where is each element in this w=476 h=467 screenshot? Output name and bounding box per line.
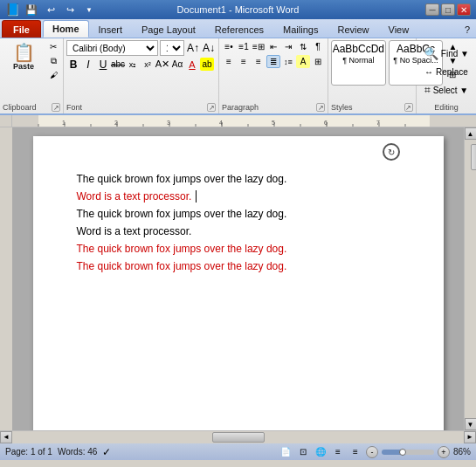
title-bar-left: 📘 💾 ↩ ↪ ▼ [5, 2, 97, 17]
hscroll-right-button[interactable]: ► [464, 431, 476, 443]
zoom-out-button[interactable]: - [366, 446, 378, 458]
hscroll-left-button[interactable]: ◄ [0, 431, 12, 443]
hscroll-thumb[interactable] [212, 432, 265, 443]
find-button[interactable]: 🔍 Find ▼ [419, 44, 473, 63]
paragraph-group-content: ≡• ≡1 ≡⊞ ⇤ ⇥ ⇅ ¶ ≡ ≡ ≡ ≣ ↕≡ A ⊞ [222, 40, 325, 102]
svg-rect-0 [12, 115, 476, 127]
numbering-button[interactable]: ≡1 [237, 40, 251, 53]
font-color-button[interactable]: A [185, 58, 199, 71]
highlight-button[interactable]: ab [200, 58, 214, 71]
minimize-button[interactable]: ─ [425, 3, 439, 16]
tab-file[interactable]: File [2, 20, 41, 38]
status-bar-right: 📄 ⊡ 🌐 ≡ ≡ - + 86% [279, 445, 471, 458]
font-dialog-launcher[interactable]: ↗ [207, 103, 216, 112]
increase-indent-button[interactable]: ⇥ [281, 40, 295, 53]
bullets-button[interactable]: ≡• [222, 40, 236, 53]
hscroll-track[interactable] [12, 431, 464, 443]
document-scroll[interactable]: ↻ The quick brown fox jumps over the laz… [12, 127, 464, 430]
change-case-button[interactable]: Aα [170, 58, 184, 71]
sort-button[interactable]: ⇅ [296, 40, 310, 53]
increase-font-button[interactable]: A↑ [186, 42, 200, 55]
bold-button[interactable]: B [66, 58, 80, 71]
ruler-area: 1 2 3 4 5 6 7 [0, 115, 476, 127]
justify-button[interactable]: ≣ [266, 55, 280, 68]
proofing-icon[interactable]: ✓ [102, 446, 111, 458]
print-layout-button[interactable]: 📄 [279, 445, 293, 458]
doc-line-2: Word is a text processor. [77, 189, 400, 204]
outline-button[interactable]: ≡ [331, 445, 345, 458]
paragraph-group: ≡• ≡1 ≡⊞ ⇤ ⇥ ⇅ ¶ ≡ ≡ ≡ ≣ ↕≡ A ⊞ Paragrap… [219, 38, 328, 113]
scroll-up-button[interactable]: ▲ [465, 127, 477, 140]
vertical-scrollbar: ▲ ▼ [464, 127, 476, 430]
zoom-in-button[interactable]: + [438, 446, 450, 458]
close-button[interactable]: ✕ [457, 3, 471, 16]
scroll-thumb[interactable] [471, 144, 477, 170]
replace-icon: ↔ [424, 67, 433, 77]
superscript-button[interactable]: x² [141, 58, 155, 71]
quick-redo[interactable]: ↪ [62, 2, 78, 17]
tab-insert[interactable]: Insert [89, 20, 133, 38]
quick-save[interactable]: 💾 [24, 2, 39, 17]
zoom-slider[interactable] [382, 450, 434, 455]
zoom-level[interactable]: 86% [453, 447, 471, 457]
tab-references[interactable]: References [205, 20, 273, 38]
tab-mailings[interactable]: Mailings [273, 20, 328, 38]
document-area: ↻ The quick brown fox jumps over the laz… [0, 127, 476, 430]
doc-line-1: The quick brown fox jumps over the lazy … [77, 171, 400, 187]
replace-button[interactable]: ↔ Replace [420, 65, 473, 79]
clipboard-group: 📋 Paste ✂ ⧉ 🖌 Clipboard ↗ [0, 38, 64, 113]
align-left-button[interactable]: ≡ [222, 55, 236, 68]
tab-pagelayout[interactable]: Page Layout [132, 20, 205, 38]
svg-text:2: 2 [114, 120, 118, 126]
strikethrough-button[interactable]: abc [111, 58, 125, 71]
borders-button[interactable]: ⊞ [311, 55, 325, 68]
paste-button[interactable]: 📋 Paste [3, 40, 45, 74]
clipboard-dialog-launcher[interactable]: ↗ [52, 103, 60, 112]
draft-button[interactable]: ≡ [348, 445, 362, 458]
ruler-side-left [0, 115, 12, 127]
show-formatting-button[interactable]: ¶ [311, 40, 325, 53]
quick-undo[interactable]: ↩ [43, 2, 59, 17]
clipboard-label: Clipboard ↗ [3, 102, 60, 113]
document-page[interactable]: ↻ The quick brown fox jumps over the laz… [33, 136, 444, 430]
italic-button[interactable]: I [81, 58, 95, 71]
scroll-down-button[interactable]: ▼ [465, 418, 477, 430]
tab-view[interactable]: View [379, 20, 419, 38]
styles-label: Styles ↗ [331, 102, 413, 113]
zoom-thumb[interactable] [399, 449, 406, 456]
status-bar-left: Page: 1 of 1 Words: 46 ✓ [5, 446, 272, 458]
full-screen-button[interactable]: ⊡ [296, 445, 310, 458]
styles-dialog-launcher[interactable]: ↗ [404, 103, 413, 112]
doc-line-3: The quick brown fox jumps over the lazy … [77, 206, 400, 222]
font-name-select[interactable]: Calibri (Body) Arial Times New Roman [66, 40, 158, 56]
format-painter-button[interactable]: 🖌 [46, 68, 60, 81]
align-right-button[interactable]: ≡ [252, 55, 266, 68]
decrease-indent-button[interactable]: ⇤ [266, 40, 280, 53]
quick-dropdown[interactable]: ▼ [81, 2, 97, 17]
tab-review[interactable]: Review [328, 20, 378, 38]
web-layout-button[interactable]: 🌐 [314, 445, 328, 458]
paragraph-dialog-launcher[interactable]: ↗ [316, 103, 325, 112]
subscript-button[interactable]: x₂ [126, 58, 140, 71]
tab-help[interactable]: ? [455, 20, 474, 38]
decrease-font-button[interactable]: A↓ [202, 42, 216, 55]
cut-button[interactable]: ✂ [46, 40, 60, 53]
clear-formatting-button[interactable]: A✕ [155, 58, 169, 71]
paste-label: Paste [13, 62, 34, 71]
text-cursor [192, 190, 196, 203]
tab-home[interactable]: Home [43, 20, 89, 38]
copy-button[interactable]: ⧉ [46, 54, 60, 67]
style-normal-button[interactable]: AaBbCcDd ¶ Normal [331, 40, 386, 86]
ribbon: 📋 Paste ✂ ⧉ 🖌 Clipboard ↗ Calibri (Body)… [0, 38, 476, 115]
underline-button[interactable]: U [96, 58, 110, 71]
multilevel-list-button[interactable]: ≡⊞ [252, 40, 266, 53]
select-button[interactable]: ⌗ Select ▼ [420, 81, 473, 99]
align-center-button[interactable]: ≡ [237, 55, 251, 68]
maximize-button[interactable]: □ [441, 3, 455, 16]
line-spacing-button[interactable]: ↕≡ [281, 55, 295, 68]
font-size-select[interactable]: 11 10 12 14 [160, 40, 184, 56]
svg-rect-1 [12, 115, 38, 127]
svg-rect-26 [0, 127, 12, 145]
replace-label: Replace [436, 67, 468, 77]
shading-button[interactable]: A [296, 55, 310, 68]
